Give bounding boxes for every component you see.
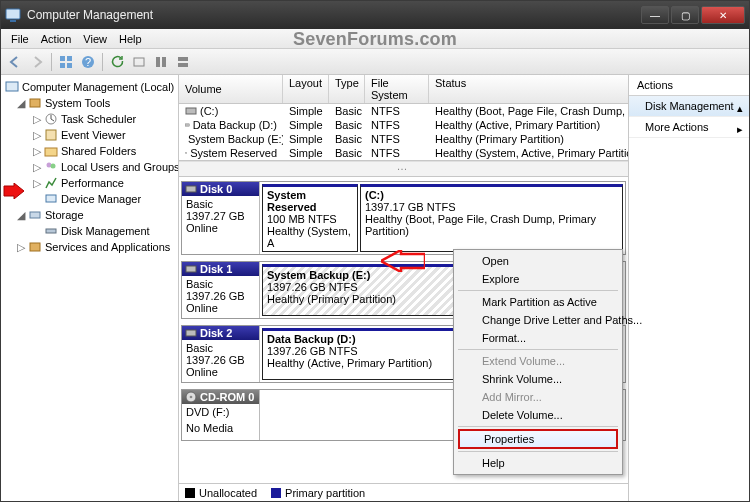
svg-rect-28 <box>186 186 196 192</box>
svg-rect-24 <box>186 108 196 114</box>
tree-device-manager[interactable]: Device Manager <box>3 191 176 207</box>
actions-more[interactable]: More Actions▸ <box>629 117 749 138</box>
svg-rect-25 <box>185 124 189 126</box>
svg-rect-29 <box>186 266 196 272</box>
view-button[interactable] <box>56 52 76 72</box>
maximize-button[interactable]: ▢ <box>671 6 699 24</box>
svg-rect-30 <box>186 330 196 336</box>
tree-local-users[interactable]: ▷Local Users and Groups <box>3 159 176 175</box>
header-status[interactable]: Status <box>429 75 628 103</box>
help-button[interactable]: ? <box>78 52 98 72</box>
back-button[interactable] <box>5 52 25 72</box>
ctx-properties[interactable]: Properties <box>458 429 618 449</box>
ctx-mark-active[interactable]: Mark Partition as Active <box>456 293 620 311</box>
svg-rect-5 <box>67 63 72 68</box>
disk-0[interactable]: Disk 0 Basic 1397.27 GB Online System Re… <box>181 181 626 255</box>
splitter[interactable] <box>179 161 628 177</box>
window-title: Computer Management <box>27 8 641 22</box>
svg-rect-0 <box>6 9 20 19</box>
toolbar-button-7[interactable] <box>173 52 193 72</box>
tree-root[interactable]: Computer Management (Local) <box>3 79 176 95</box>
volume-list[interactable]: Volume Layout Type File System Status (C… <box>179 75 628 161</box>
annotation-arrow-icon <box>381 250 425 272</box>
header-filesystem[interactable]: File System <box>365 75 429 103</box>
ctx-add-mirror: Add Mirror... <box>456 388 620 406</box>
volume-row[interactable]: (C:)SimpleBasicNTFSHealthy (Boot, Page F… <box>179 104 628 118</box>
svg-rect-27 <box>185 152 187 153</box>
ctx-extend: Extend Volume... <box>456 352 620 370</box>
menu-action[interactable]: Action <box>35 33 78 45</box>
tree-storage[interactable]: ◢Storage <box>3 207 176 223</box>
svg-rect-12 <box>178 63 188 67</box>
menu-view[interactable]: View <box>77 33 113 45</box>
partition-system-reserved[interactable]: System Reserved 100 MB NTFS Healthy (Sys… <box>262 184 358 252</box>
partition-c[interactable]: (C:) 1397.17 GB NTFS Healthy (Boot, Page… <box>360 184 623 252</box>
app-icon <box>5 7 21 23</box>
tree-task-scheduler[interactable]: ▷Task Scheduler <box>3 111 176 127</box>
collapse-icon: ▴ <box>737 102 743 115</box>
legend: Unallocated Primary partition <box>179 483 628 501</box>
menubar: File Action View Help SevenForums.com <box>1 29 749 49</box>
volume-row[interactable]: Data Backup (D:)SimpleBasicNTFSHealthy (… <box>179 118 628 132</box>
toolbar-button-5[interactable] <box>129 52 149 72</box>
minimize-button[interactable]: — <box>641 6 669 24</box>
annotation-arrow-icon <box>3 183 25 199</box>
ctx-change-letter[interactable]: Change Drive Letter and Paths... <box>456 311 620 329</box>
refresh-button[interactable] <box>107 52 127 72</box>
header-layout[interactable]: Layout <box>283 75 329 103</box>
svg-rect-20 <box>46 195 56 202</box>
toolbar-button-6[interactable] <box>151 52 171 72</box>
ctx-explore[interactable]: Explore <box>456 270 620 288</box>
actions-header: Actions <box>629 75 749 96</box>
svg-rect-9 <box>156 57 160 67</box>
ctx-delete[interactable]: Delete Volume... <box>456 406 620 424</box>
volume-list-header[interactable]: Volume Layout Type File System Status <box>179 75 628 104</box>
tree-disk-management[interactable]: Disk Management <box>3 223 176 239</box>
ctx-format[interactable]: Format... <box>456 329 620 347</box>
svg-rect-2 <box>60 56 65 61</box>
svg-rect-14 <box>30 99 40 107</box>
svg-point-32 <box>190 396 193 399</box>
tree-event-viewer[interactable]: ▷Event Viewer <box>3 127 176 143</box>
svg-rect-22 <box>46 229 56 233</box>
svg-rect-16 <box>46 130 56 140</box>
tree-shared-folders[interactable]: ▷Shared Folders <box>3 143 176 159</box>
tree-system-tools[interactable]: ◢System Tools <box>3 95 176 111</box>
actions-disk-management[interactable]: Disk Management▴ <box>629 96 749 117</box>
header-volume[interactable]: Volume <box>179 75 283 103</box>
svg-rect-11 <box>178 57 188 61</box>
actions-pane: Actions Disk Management▴ More Actions▸ <box>629 75 749 501</box>
legend-primary: Primary partition <box>285 487 365 499</box>
svg-rect-21 <box>30 212 40 218</box>
svg-rect-3 <box>67 56 72 61</box>
menu-file[interactable]: File <box>5 33 35 45</box>
watermark-text: SevenForums.com <box>287 29 463 50</box>
legend-unallocated: Unallocated <box>199 487 257 499</box>
titlebar[interactable]: Computer Management — ▢ ✕ <box>1 1 749 29</box>
svg-rect-4 <box>60 63 65 68</box>
forward-button[interactable] <box>27 52 47 72</box>
svg-rect-1 <box>10 20 16 22</box>
ctx-shrink[interactable]: Shrink Volume... <box>456 370 620 388</box>
header-type[interactable]: Type <box>329 75 365 103</box>
volume-row[interactable]: System Backup (E:)SimpleBasicNTFSHealthy… <box>179 132 628 146</box>
ctx-open[interactable]: Open <box>456 252 620 270</box>
svg-rect-13 <box>6 82 18 91</box>
window-frame: Computer Management — ▢ ✕ File Action Vi… <box>0 0 750 502</box>
svg-rect-8 <box>134 58 144 66</box>
svg-rect-17 <box>45 148 57 156</box>
svg-rect-10 <box>162 57 166 67</box>
menu-help[interactable]: Help <box>113 33 148 45</box>
svg-text:?: ? <box>85 56 91 68</box>
svg-rect-23 <box>30 243 40 251</box>
toolbar: ? <box>1 49 749 75</box>
tree-services-apps[interactable]: ▷Services and Applications <box>3 239 176 255</box>
tree-performance[interactable]: ▷Performance <box>3 175 176 191</box>
svg-point-19 <box>51 164 56 169</box>
ctx-help[interactable]: Help <box>456 454 620 472</box>
context-menu: Open Explore Mark Partition as Active Ch… <box>453 249 623 475</box>
console-tree[interactable]: Computer Management (Local) ◢System Tool… <box>1 75 179 501</box>
volume-row[interactable]: System ReservedSimpleBasicNTFSHealthy (S… <box>179 146 628 160</box>
chevron-right-icon: ▸ <box>737 123 743 136</box>
close-button[interactable]: ✕ <box>701 6 745 24</box>
